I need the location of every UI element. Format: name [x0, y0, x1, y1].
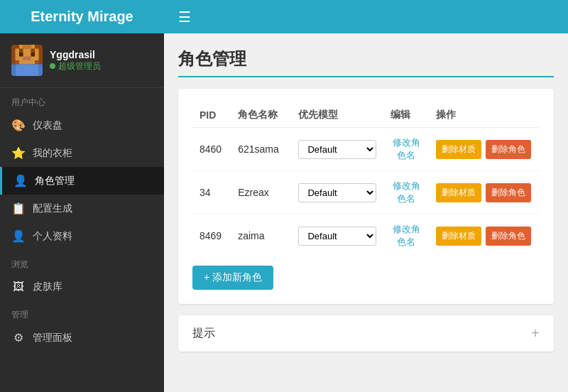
edit-name-button-1[interactable]: 修改角色名 — [390, 180, 421, 205]
sidebar-item-profile[interactable]: 👤 个人资料 — [0, 222, 164, 250]
username: Yggdrasil — [50, 49, 101, 60]
cell-name: 621sama — [231, 128, 291, 171]
sidebar: Yggdrasil 超级管理员 用户中心 🎨 仪表盘 ⭐ 我的衣柜 👤 角色管理… — [0, 33, 164, 392]
cell-model: DefaultSteveAlex — [291, 171, 383, 214]
col-header-edit: 编辑 — [383, 103, 428, 128]
svg-rect-3 — [16, 49, 39, 53]
cell-model: DefaultSteveAlex — [291, 128, 383, 171]
sidebar-item-roles[interactable]: 👤 角色管理 — [0, 167, 164, 195]
role-label: 超级管理员 — [58, 60, 101, 72]
svg-rect-1 — [23, 45, 31, 49]
sidebar-item-dashboard-label: 仪表盘 — [33, 119, 62, 132]
roles-card: PID 角色名称 优先模型 编辑 操作 8460 621sama Default… — [178, 89, 554, 304]
delete-role-button-2[interactable]: 删除角色 — [486, 227, 531, 246]
page-title: 角色管理 — [178, 48, 554, 77]
cell-model: DefaultSteveAlex — [291, 214, 383, 258]
skins-icon: 🖼 — [11, 281, 26, 293]
header: Eternity Mirage ☰ — [0, 0, 568, 33]
user-details: Yggdrasil 超级管理员 — [50, 49, 101, 72]
brand-text: Eternity Mirage — [31, 9, 133, 25]
sidebar-item-roles-label: 角色管理 — [35, 175, 75, 187]
svg-rect-2 — [31, 45, 36, 49]
svg-rect-8 — [31, 53, 36, 57]
delete-role-button-0[interactable]: 删除角色 — [486, 140, 531, 159]
table-row: 34 Ezreax DefaultSteveAlex 修改角色名 删除材质 删除… — [192, 171, 540, 214]
hamburger-icon: ☰ — [178, 9, 191, 25]
svg-rect-0 — [19, 45, 23, 49]
col-header-model: 优先模型 — [291, 103, 383, 128]
svg-rect-12 — [19, 60, 35, 65]
edit-name-button-2[interactable]: 修改角色名 — [390, 223, 421, 249]
cell-name: zaima — [231, 214, 291, 258]
sidebar-item-config[interactable]: 📋 配置生成 — [0, 195, 164, 222]
model-select-2[interactable]: DefaultSteveAlex — [298, 227, 376, 246]
add-role-button[interactable]: + 添加新角色 — [192, 266, 273, 290]
delete-material-button-2[interactable]: 删除材质 — [436, 227, 481, 246]
col-header-name: 角色名称 — [231, 103, 291, 128]
roles-icon: 👤 — [13, 174, 28, 187]
config-icon: 📋 — [11, 202, 26, 215]
action-buttons: 删除材质 删除角色 — [436, 140, 532, 159]
svg-rect-15 — [39, 65, 43, 77]
cell-name: Ezreax — [231, 171, 291, 214]
col-header-actions: 操作 — [429, 103, 540, 128]
sidebar-item-skins-label: 皮肤库 — [33, 281, 62, 293]
model-select-1[interactable]: DefaultSteveAlex — [298, 183, 376, 202]
sidebar-item-skins[interactable]: 🖼 皮肤库 — [0, 273, 164, 300]
user-info-section: Yggdrasil 超级管理员 — [0, 33, 164, 88]
profile-icon: 👤 — [11, 229, 26, 243]
model-select-0[interactable]: DefaultSteveAlex — [298, 140, 376, 159]
sidebar-item-admin-label: 管理面板 — [33, 332, 72, 344]
brand: Eternity Mirage — [0, 0, 164, 33]
sidebar-item-profile-label: 个人资料 — [33, 230, 72, 243]
sidebar-item-wardrobe-label: 我的衣柜 — [33, 147, 72, 160]
main-content: 角色管理 PID 角色名称 优先模型 编辑 操作 8460 621sama — [164, 33, 568, 392]
section-label-browse: 浏览 — [0, 250, 164, 273]
cell-edit: 修改角色名 — [383, 128, 428, 171]
tips-title: 提示 — [192, 326, 215, 341]
cell-pid: 8469 — [192, 214, 231, 258]
svg-rect-7 — [19, 53, 23, 57]
table-row: 8460 621sama DefaultSteveAlex 修改角色名 删除材质… — [192, 128, 540, 171]
admin-icon: ⚙ — [11, 331, 26, 344]
sidebar-item-config-label: 配置生成 — [33, 202, 72, 215]
wardrobe-icon: ⭐ — [11, 146, 26, 160]
cell-pid: 34 — [192, 171, 231, 214]
cell-actions: 删除材质 删除角色 — [429, 171, 540, 214]
cell-actions: 删除材质 删除角色 — [429, 128, 540, 171]
col-header-pid: PID — [192, 103, 231, 128]
sidebar-item-dashboard[interactable]: 🎨 仪表盘 — [0, 111, 164, 139]
svg-rect-5 — [31, 49, 36, 53]
role-dot — [50, 63, 55, 69]
action-buttons: 删除材质 删除角色 — [436, 183, 532, 202]
action-buttons: 删除材质 删除角色 — [436, 227, 532, 246]
delete-material-button-0[interactable]: 删除材质 — [436, 140, 481, 159]
hamburger-button[interactable]: ☰ — [164, 9, 205, 26]
sidebar-item-wardrobe[interactable]: ⭐ 我的衣柜 — [0, 139, 164, 167]
avatar — [11, 45, 43, 76]
edit-name-button-0[interactable]: 修改角色名 — [390, 136, 421, 162]
svg-rect-13 — [16, 65, 39, 77]
svg-rect-9 — [23, 57, 31, 61]
delete-role-button-1[interactable]: 删除角色 — [486, 183, 531, 202]
layout: Yggdrasil 超级管理员 用户中心 🎨 仪表盘 ⭐ 我的衣柜 👤 角色管理… — [0, 33, 568, 392]
svg-rect-14 — [11, 65, 16, 77]
svg-rect-4 — [19, 49, 23, 53]
cell-edit: 修改角色名 — [383, 214, 428, 258]
user-role: 超级管理员 — [50, 60, 101, 72]
delete-material-button-1[interactable]: 删除材质 — [436, 183, 481, 202]
section-label-user: 用户中心 — [0, 88, 164, 111]
table-row: 8469 zaima DefaultSteveAlex 修改角色名 删除材质 删… — [192, 214, 540, 258]
roles-table: PID 角色名称 优先模型 编辑 操作 8460 621sama Default… — [192, 103, 540, 257]
tips-card[interactable]: 提示 + — [178, 315, 554, 352]
cell-edit: 修改角色名 — [383, 171, 428, 214]
tips-expand-icon: + — [531, 325, 540, 342]
sidebar-item-admin[interactable]: ⚙ 管理面板 — [0, 324, 164, 352]
section-label-admin: 管理 — [0, 300, 164, 324]
dashboard-icon: 🎨 — [11, 119, 26, 132]
cell-actions: 删除材质 删除角色 — [429, 214, 540, 258]
cell-pid: 8460 — [192, 128, 231, 171]
